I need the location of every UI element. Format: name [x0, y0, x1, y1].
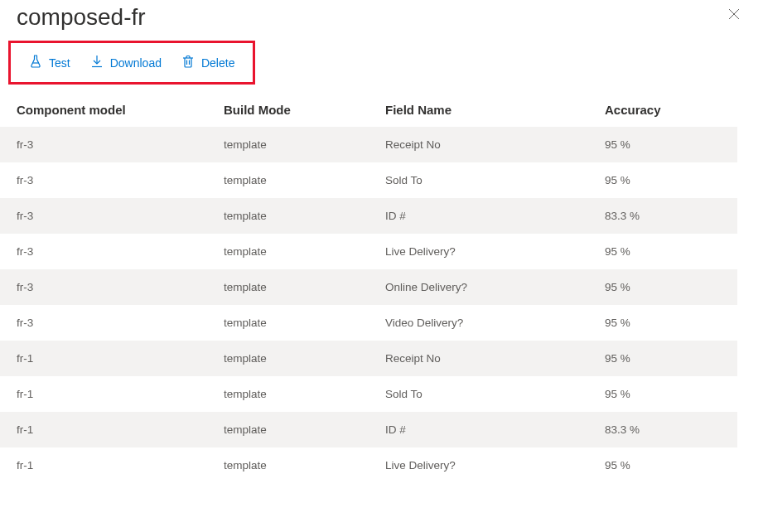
cell-component-model: fr-1 [0, 341, 207, 376]
download-button[interactable]: Download [80, 51, 171, 74]
table-row[interactable]: fr-3templateOnline Delivery?95 % [0, 269, 737, 305]
cell-accuracy: 95 % [588, 305, 737, 341]
cell-build-mode: template [207, 376, 369, 412]
cell-accuracy: 95 % [588, 127, 737, 162]
cell-accuracy: 95 % [588, 234, 737, 269]
table-row[interactable]: fr-1templateReceipt No95 % [0, 341, 737, 376]
cell-component-model: fr-3 [0, 305, 207, 341]
cell-field-name: Video Delivery? [369, 305, 588, 341]
test-button[interactable]: Test [19, 51, 80, 74]
col-header-build-mode[interactable]: Build Mode [207, 93, 369, 127]
trash-icon [181, 55, 195, 70]
cell-build-mode: template [207, 234, 369, 269]
cell-field-name: Live Delivery? [369, 447, 588, 483]
cell-accuracy: 83.3 % [588, 412, 737, 447]
delete-button-label: Delete [201, 56, 234, 70]
table-row[interactable]: fr-1templateSold To95 % [0, 376, 737, 412]
cell-field-name: Receipt No [369, 341, 588, 376]
cell-build-mode: template [207, 412, 369, 447]
cell-build-mode: template [207, 447, 369, 483]
cell-field-name: Receipt No [369, 127, 588, 162]
cell-accuracy: 95 % [588, 269, 737, 305]
cell-component-model: fr-3 [0, 269, 207, 305]
close-button[interactable] [722, 4, 746, 26]
cell-accuracy: 95 % [588, 341, 737, 376]
cell-accuracy: 83.3 % [588, 198, 737, 234]
cell-field-name: ID # [369, 412, 588, 447]
table-header-row: Component model Build Mode Field Name Ac… [0, 93, 737, 127]
cell-build-mode: template [207, 127, 369, 162]
table-row[interactable]: fr-1templateID #83.3 % [0, 412, 737, 447]
table-row[interactable]: fr-3templateID #83.3 % [0, 198, 737, 234]
cell-field-name: Live Delivery? [369, 234, 588, 269]
toolbar: Test Download De [8, 41, 255, 85]
cell-build-mode: template [207, 341, 369, 376]
close-icon [728, 7, 740, 23]
cell-build-mode: template [207, 162, 369, 198]
cell-field-name: Sold To [369, 162, 588, 198]
table-row[interactable]: fr-3templateVideo Delivery?95 % [0, 305, 737, 341]
cell-accuracy: 95 % [588, 376, 737, 412]
download-button-label: Download [110, 56, 162, 70]
cell-component-model: fr-1 [0, 447, 207, 483]
cell-component-model: fr-3 [0, 162, 207, 198]
table-row[interactable]: fr-3templateReceipt No95 % [0, 127, 737, 162]
cell-field-name: Online Delivery? [369, 269, 588, 305]
table-scroll-area[interactable]: Component model Build Mode Field Name Ac… [0, 93, 763, 532]
cell-build-mode: template [207, 305, 369, 341]
cell-build-mode: template [207, 198, 369, 234]
table-row[interactable]: fr-3templateSold To95 % [0, 162, 737, 198]
test-button-label: Test [49, 56, 70, 70]
flask-icon [29, 55, 42, 70]
cell-component-model: fr-3 [0, 234, 207, 269]
cell-build-mode: template [207, 269, 369, 305]
cell-component-model: fr-1 [0, 376, 207, 412]
cell-accuracy: 95 % [588, 447, 737, 483]
col-header-component-model[interactable]: Component model [0, 93, 207, 127]
page-title: composed-fr [17, 4, 146, 31]
fields-table: Component model Build Mode Field Name Ac… [0, 93, 737, 483]
col-header-accuracy[interactable]: Accuracy [588, 93, 737, 127]
cell-component-model: fr-1 [0, 412, 207, 447]
col-header-field-name[interactable]: Field Name [369, 93, 588, 127]
cell-field-name: Sold To [369, 376, 588, 412]
delete-button[interactable]: Delete [171, 51, 244, 74]
cell-accuracy: 95 % [588, 162, 737, 198]
table-row[interactable]: fr-1templateLive Delivery?95 % [0, 447, 737, 483]
table-row[interactable]: fr-3templateLive Delivery?95 % [0, 234, 737, 269]
cell-component-model: fr-3 [0, 127, 207, 162]
download-icon [90, 55, 104, 70]
cell-component-model: fr-3 [0, 198, 207, 234]
cell-field-name: ID # [369, 198, 588, 234]
